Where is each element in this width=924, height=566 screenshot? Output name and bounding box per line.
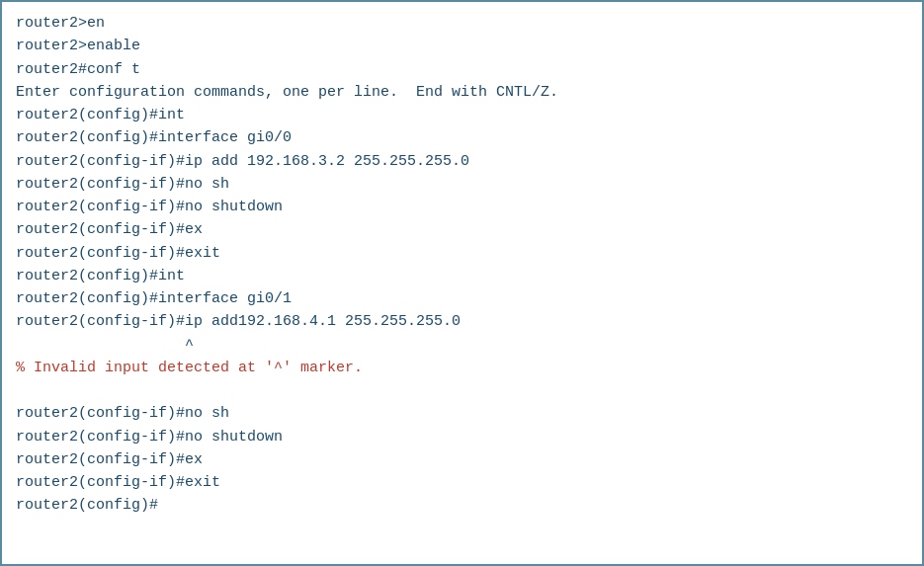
terminal-line: router2(config-if)#exit xyxy=(16,471,908,494)
terminal-line: router2(config-if)#ip add192.168.4.1 255… xyxy=(16,310,908,333)
terminal-line: router2(config)# xyxy=(16,494,908,517)
terminal-line: router2#conf t xyxy=(16,58,908,81)
terminal-line: router2(config)#interface gi0/1 xyxy=(16,287,908,310)
terminal-line: router2(config-if)#no sh xyxy=(16,402,908,425)
terminal-line: Enter configuration commands, one per li… xyxy=(16,81,908,104)
terminal-line: router2(config-if)#no shutdown xyxy=(16,426,908,448)
terminal-line: router2(config)#int xyxy=(16,265,908,287)
terminal-line: router2>enable xyxy=(16,35,908,57)
terminal-line: % Invalid input detected at '^' marker. xyxy=(16,357,908,379)
terminal-blank-line xyxy=(16,379,908,402)
terminal-line: router2(config-if)#no shutdown xyxy=(16,196,908,218)
terminal-line: router2(config-if)#exit xyxy=(16,242,908,265)
terminal-line: router2(config-if)#ex xyxy=(16,448,908,471)
terminal-line: router2>en xyxy=(16,12,908,35)
terminal-window[interactable]: router2>enrouter2>enablerouter2#conf tEn… xyxy=(0,0,924,566)
terminal-line: ^ xyxy=(16,334,908,357)
terminal-line: router2(config-if)#ip add 192.168.3.2 25… xyxy=(16,150,908,173)
terminal-line: router2(config)#int xyxy=(16,104,908,126)
terminal-line: router2(config)#interface gi0/0 xyxy=(16,126,908,149)
terminal-line: router2(config-if)#ex xyxy=(16,218,908,241)
terminal-line: router2(config-if)#no sh xyxy=(16,173,908,196)
